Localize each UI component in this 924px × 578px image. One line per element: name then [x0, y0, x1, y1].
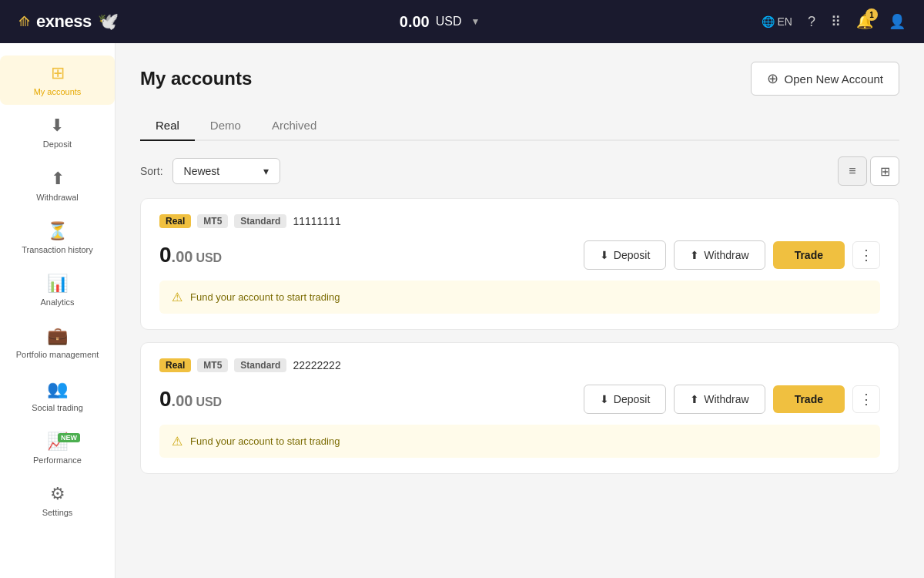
fund-notice-text-1: Fund your account to start trading	[190, 291, 340, 303]
logo-icon: ⟰	[18, 13, 30, 30]
notification-badge: 1	[865, 8, 878, 21]
social-trading-icon: 👥	[47, 379, 68, 399]
transaction-history-icon: ⏳	[47, 221, 68, 241]
sidebar-item-label: Performance	[33, 455, 82, 465]
deposit-icon: ⬇	[50, 116, 64, 136]
grid-view-button[interactable]: ⊞	[870, 156, 899, 186]
sidebar-item-social-trading[interactable]: 👥 Social trading	[0, 371, 115, 421]
sidebar: ⊞ My accounts ⬇ Deposit ⬆ Withdrawal ⏳ T…	[0, 43, 116, 578]
balance-currency: USD	[436, 15, 462, 29]
ellipsis-icon-1: ⋮	[859, 247, 873, 264]
mt5-badge-2: MT5	[197, 358, 228, 372]
sidebar-item-label: My accounts	[34, 86, 82, 97]
more-options-button-1[interactable]: ⋮	[852, 241, 880, 269]
standard-badge-2: Standard	[234, 358, 286, 372]
main-content: My accounts ⊕ Open New Account Real Demo…	[116, 43, 924, 578]
portfolio-icon: 💼	[47, 326, 68, 346]
deposit-button-2[interactable]: ⬇ Deposit	[584, 385, 666, 414]
sidebar-item-label: Settings	[42, 507, 73, 518]
account-actions-2: ⬇ Deposit ⬆ Withdraw Trade ⋮	[584, 385, 880, 414]
mt5-badge-1: MT5	[197, 214, 228, 228]
sidebar-item-label: Analytics	[40, 297, 74, 307]
tab-real[interactable]: Real	[140, 111, 195, 141]
fund-notice-2: ⚠ Fund your account to start trading	[159, 425, 880, 458]
sidebar-item-portfolio[interactable]: 💼 Portfolio management	[0, 318, 115, 368]
sort-select[interactable]: Newest ▾	[172, 158, 280, 184]
deposit-icon-1: ⬇	[600, 249, 609, 261]
balance-decimal-1: .00	[172, 248, 193, 265]
deposit-icon-2: ⬇	[600, 393, 609, 405]
sort-label: Sort:	[140, 165, 163, 177]
user-profile-icon[interactable]: 👤	[889, 13, 906, 30]
balance-decimal-2: .00	[172, 392, 193, 409]
real-badge-2: Real	[159, 358, 191, 372]
nav-icons: 🌐 EN ? ⠿ 🔔 1 👤	[762, 13, 906, 30]
withdraw-button-1[interactable]: ⬆ Withdraw	[674, 240, 765, 270]
help-icon[interactable]: ?	[808, 14, 815, 30]
topnav: ⟰ exness 🕊️ 0.00 USD ▼ 🌐 EN ? ⠿ 🔔 1 👤	[0, 0, 924, 43]
sidebar-item-label: Social trading	[32, 402, 83, 413]
sort-chevron-icon: ▾	[263, 165, 269, 177]
tab-archived[interactable]: Archived	[256, 111, 332, 141]
ellipsis-icon-2: ⋮	[859, 391, 873, 408]
sidebar-item-settings[interactable]: ⚙ Settings	[0, 476, 115, 526]
language-selector[interactable]: 🌐 EN	[762, 15, 792, 28]
withdraw-button-2[interactable]: ⬆ Withdraw	[674, 385, 765, 414]
sidebar-item-label: Portfolio management	[16, 349, 99, 360]
account-balance-2: 0.00USD	[159, 387, 222, 412]
balance-value: 0.00	[400, 13, 430, 31]
view-toggle: ≡ ⊞	[838, 156, 899, 186]
analytics-icon: 📊	[47, 274, 68, 294]
balance-display[interactable]: 0.00 USD ▼	[400, 13, 480, 31]
sort-area: Sort: Newest ▾	[140, 158, 280, 184]
notifications-icon[interactable]: 🔔 1	[856, 13, 873, 30]
main-layout: ⊞ My accounts ⬇ Deposit ⬆ Withdrawal ⏳ T…	[0, 43, 924, 578]
balance-currency-1: USD	[196, 251, 222, 264]
logo-text: exness	[36, 12, 92, 32]
fund-notice-text-2: Fund your account to start trading	[190, 435, 340, 447]
more-options-button-2[interactable]: ⋮	[852, 385, 880, 413]
toolbar: Sort: Newest ▾ ≡ ⊞	[140, 156, 899, 186]
sidebar-item-transaction-history[interactable]: ⏳ Transaction history	[0, 213, 115, 263]
account-number-1: 11111111	[293, 215, 340, 227]
sidebar-item-my-accounts[interactable]: ⊞ My accounts	[0, 55, 115, 105]
open-new-account-button[interactable]: ⊕ Open New Account	[751, 62, 899, 96]
withdrawal-icon: ⬆	[51, 169, 65, 189]
warning-icon-2: ⚠	[172, 434, 182, 449]
sort-value: Newest	[184, 165, 220, 177]
balance-currency-2: USD	[196, 395, 222, 408]
account-card-1: Real MT5 Standard 11111111 0.00USD ⬇ Dep…	[140, 198, 899, 330]
plus-circle-icon: ⊕	[767, 70, 778, 87]
withdraw-icon-2: ⬆	[690, 393, 699, 405]
withdraw-icon-1: ⬆	[690, 249, 699, 261]
balance-whole-1: 0	[159, 243, 172, 267]
sidebar-item-label: Transaction history	[22, 244, 93, 255]
sidebar-item-deposit[interactable]: ⬇ Deposit	[0, 108, 115, 157]
account-card-2-header: Real MT5 Standard 22222222	[159, 358, 880, 372]
real-badge-1: Real	[159, 214, 191, 228]
logo-area: ⟰ exness 🕊️	[18, 12, 119, 32]
trade-button-2[interactable]: Trade	[773, 385, 845, 413]
sidebar-item-analytics[interactable]: 📊 Analytics	[0, 266, 115, 315]
my-accounts-icon: ⊞	[51, 63, 65, 83]
sidebar-item-withdrawal[interactable]: ⬆ Withdrawal	[0, 161, 115, 210]
account-card-1-body: 0.00USD ⬇ Deposit ⬆ Withdraw Trade ⋮	[159, 240, 880, 270]
tab-demo[interactable]: Demo	[195, 111, 256, 141]
apps-grid-icon[interactable]: ⠿	[831, 13, 841, 30]
list-view-button[interactable]: ≡	[838, 156, 867, 186]
warning-icon-1: ⚠	[172, 290, 182, 304]
account-card-2-body: 0.00USD ⬇ Deposit ⬆ Withdraw Trade ⋮	[159, 385, 880, 414]
balance-whole-2: 0	[159, 387, 172, 411]
account-card-2: Real MT5 Standard 22222222 0.00USD ⬇ Dep…	[140, 342, 899, 474]
logo-bird-icon: 🕊️	[98, 12, 119, 32]
balance-dropdown-icon: ▼	[470, 16, 480, 27]
deposit-button-1[interactable]: ⬇ Deposit	[584, 240, 666, 270]
page-header: My accounts ⊕ Open New Account	[140, 62, 899, 96]
open-account-label: Open New Account	[785, 72, 883, 86]
trade-button-1[interactable]: Trade	[773, 241, 845, 269]
sidebar-item-label: Deposit	[43, 139, 72, 150]
sidebar-item-label: Withdrawal	[36, 192, 78, 203]
account-card-1-header: Real MT5 Standard 11111111	[159, 214, 880, 228]
sidebar-item-performance[interactable]: 📈 NEW Performance	[0, 424, 115, 473]
standard-badge-1: Standard	[234, 214, 286, 228]
